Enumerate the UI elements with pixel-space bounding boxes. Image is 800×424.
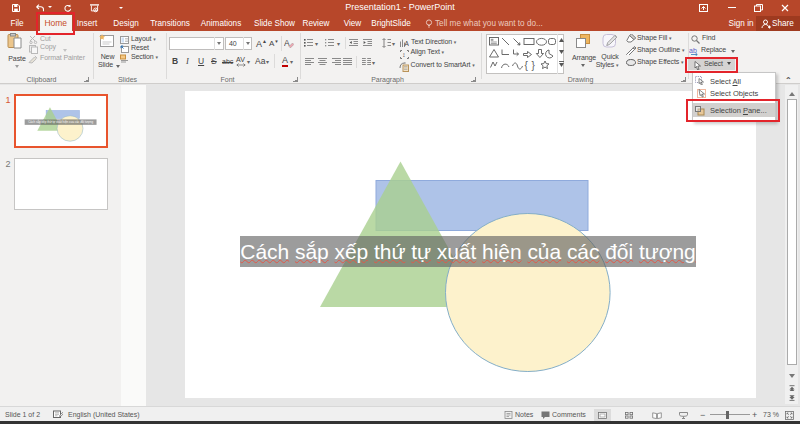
svg-text:}: }	[532, 60, 536, 71]
svg-text:{: {	[525, 60, 529, 71]
svg-text:↕: ↕	[402, 51, 405, 58]
svg-text:A: A	[405, 40, 409, 47]
